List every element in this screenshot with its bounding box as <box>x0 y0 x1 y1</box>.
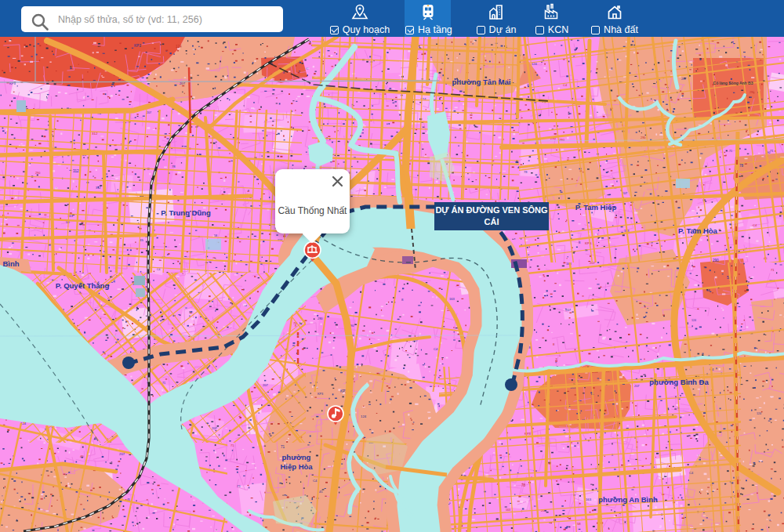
svg-text:KP3: KP3 <box>318 393 323 396</box>
svg-text:Cổ làng Sông Anh B3: Cổ làng Sông Anh B3 <box>713 81 753 85</box>
svg-text:312: 312 <box>73 169 79 173</box>
svg-text:phường An Bình: phường An Bình <box>598 495 658 504</box>
svg-text:290: 290 <box>318 317 323 320</box>
svg-text:C4: C4 <box>434 347 438 351</box>
svg-text:Hiệp Hòa: Hiệp Hòa <box>280 462 313 471</box>
svg-text:207: 207 <box>263 383 269 387</box>
svg-text:71: 71 <box>770 149 773 153</box>
svg-text:207: 207 <box>681 77 687 81</box>
svg-text:58: 58 <box>577 522 581 526</box>
svg-text:312: 312 <box>96 186 101 190</box>
svg-text:290: 290 <box>559 138 565 142</box>
svg-text:207: 207 <box>634 384 640 388</box>
svg-text:71: 71 <box>729 150 732 153</box>
svg-text:KP3: KP3 <box>585 241 592 245</box>
svg-text:207: 207 <box>147 111 151 114</box>
svg-text:290: 290 <box>35 172 40 175</box>
svg-text:290: 290 <box>750 91 754 94</box>
svg-text:78: 78 <box>739 164 744 168</box>
svg-text:P. Tam Hiệp: P. Tam Hiệp <box>575 203 617 212</box>
svg-text:124: 124 <box>757 412 761 415</box>
svg-text:163: 163 <box>449 297 456 301</box>
svg-text:C4: C4 <box>157 268 160 271</box>
svg-text:124: 124 <box>691 319 696 322</box>
svg-text:78: 78 <box>521 483 526 487</box>
svg-text:phường: phường <box>282 453 311 461</box>
svg-text:71: 71 <box>237 484 241 488</box>
svg-text:124: 124 <box>176 45 182 49</box>
svg-text:78: 78 <box>524 170 527 174</box>
svg-text:P. Quyết Thắng: P. Quyết Thắng <box>56 281 110 290</box>
svg-text:KP3: KP3 <box>134 44 141 48</box>
svg-text:124: 124 <box>361 414 367 418</box>
svg-text:71: 71 <box>230 443 234 447</box>
svg-text:290: 290 <box>641 136 646 139</box>
svg-text:71: 71 <box>281 445 285 449</box>
svg-text:71: 71 <box>771 268 775 272</box>
svg-text:C4: C4 <box>313 479 318 483</box>
svg-text:phường Bình Đa: phường Bình Đa <box>649 378 709 386</box>
svg-text:163: 163 <box>506 508 510 512</box>
svg-text:45: 45 <box>80 454 84 458</box>
svg-text:163: 163 <box>586 498 592 501</box>
svg-text:207: 207 <box>212 426 218 430</box>
svg-text:phường Tân Mai: phường Tân Mai <box>452 78 511 86</box>
svg-text:290: 290 <box>713 259 719 262</box>
svg-text:207: 207 <box>541 508 546 512</box>
svg-text:78: 78 <box>172 165 176 168</box>
svg-text:P. Trung Dũng: P. Trung Dũng <box>161 208 211 217</box>
svg-text:45: 45 <box>319 490 322 494</box>
svg-text:C4: C4 <box>689 471 694 475</box>
svg-text:P. Tam Hòa: P. Tam Hòa <box>678 226 718 235</box>
svg-text:207: 207 <box>565 308 572 312</box>
svg-text:C4: C4 <box>753 223 757 227</box>
svg-text:Bình: Bình <box>2 259 19 268</box>
svg-text:KP3: KP3 <box>524 432 532 436</box>
